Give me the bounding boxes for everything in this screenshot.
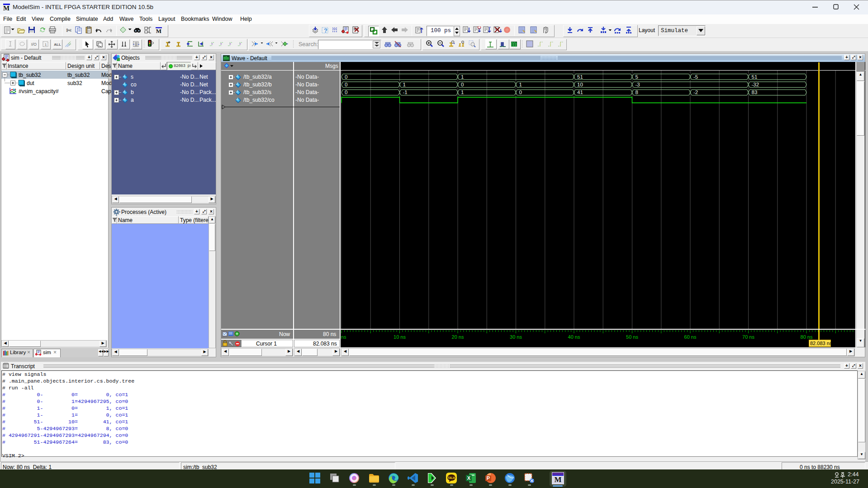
svg-text:0: 0 — [519, 90, 522, 95]
svg-text:X: X — [467, 475, 471, 481]
svg-text:1: 1 — [45, 43, 47, 47]
svg-text:-32: -32 — [752, 82, 759, 87]
svg-text:-1: -1 — [403, 90, 408, 95]
svg-text:ALL: ALL — [54, 43, 61, 47]
svg-text:50 ns: 50 ns — [626, 334, 638, 340]
svg-text:0: 0 — [345, 82, 347, 87]
svg-text:5: 5 — [636, 74, 638, 80]
svg-text:✄: ✄ — [66, 27, 71, 34]
svg-text:-5: -5 — [693, 74, 698, 80]
svg-text:83: 83 — [752, 90, 758, 95]
svg-text:70 ns: 70 ns — [742, 334, 754, 340]
svg-text:I/O: I/O — [31, 42, 37, 47]
svg-text:60 ns: 60 ns — [684, 334, 697, 340]
svg-text:51: 51 — [577, 74, 583, 80]
svg-text:40 ns: 40 ns — [568, 334, 580, 340]
svg-text:80 ns: 80 ns — [801, 334, 813, 340]
svg-text:0 ns: 0 ns — [341, 334, 346, 340]
svg-text:41: 41 — [577, 90, 583, 95]
svg-text:?: ? — [324, 27, 327, 34]
svg-text:-3: -3 — [636, 82, 640, 87]
svg-text:0: 0 — [461, 82, 464, 87]
svg-text:1: 1 — [519, 82, 522, 87]
svg-text:0: 0 — [345, 74, 347, 80]
svg-text:0: 0 — [345, 90, 347, 95]
svg-text:20 ns: 20 ns — [452, 334, 464, 340]
svg-text:8: 8 — [636, 90, 638, 95]
svg-text:10 ns: 10 ns — [394, 334, 406, 340]
svg-text:M: M — [3, 5, 9, 11]
svg-text:30 ns: 30 ns — [510, 334, 522, 340]
svg-text:P: P — [487, 475, 490, 481]
svg-text:1: 1 — [461, 90, 464, 95]
svg-text:-2: -2 — [693, 90, 698, 95]
svg-text:1: 1 — [403, 82, 406, 87]
svg-text:M: M — [156, 28, 161, 34]
svg-text:1: 1 — [461, 74, 464, 80]
svg-text:10: 10 — [577, 82, 583, 87]
svg-text:M: M — [554, 475, 561, 484]
svg-text:TALK: TALK — [448, 476, 455, 479]
svg-text:51: 51 — [752, 74, 758, 80]
